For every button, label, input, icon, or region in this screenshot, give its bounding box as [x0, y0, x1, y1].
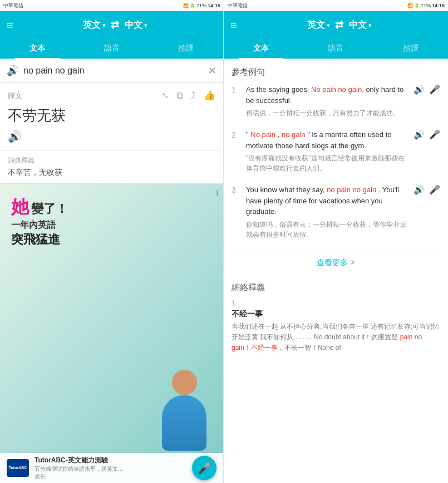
clear-icon[interactable]: ✕: [208, 65, 216, 77]
tts-play-icon[interactable]: 🔊: [8, 130, 22, 143]
example-num-3: 3: [232, 186, 240, 194]
ad-she-text: 她: [11, 197, 29, 217]
ad-footer-title: TutorABC-英文能力測驗: [35, 456, 186, 465]
example-text-3: You know what they say, no pain no gain …: [246, 184, 408, 240]
example-text-2: " No pain , no gain " is a mantra often …: [246, 129, 408, 173]
net-section: 網絡釋義 1 不经一事 当我们还在一起 从不担心分离;当我们各奔一崖 还有记忆长…: [232, 275, 440, 368]
translation-label: 譯文: [8, 91, 22, 101]
net-section-title: 網絡釋義: [232, 282, 440, 293]
right-toolbar: ≡ 英文 ▾ ⇄ 中文 ▾: [224, 11, 448, 39]
tab-text-left[interactable]: 文本: [0, 39, 75, 58]
ad-footer-text: TutorABC-英文能力測驗 五分鐘測試你的英語水平，送英文... 廣告: [35, 456, 186, 481]
copy-icon[interactable]: ⧉: [176, 90, 183, 101]
right-tab-bar: 文本 語音 拍譯: [224, 39, 448, 59]
lang-to-arrow: ▾: [144, 22, 147, 28]
ad-label: 廣告: [35, 473, 186, 481]
example-item-3: 3 You know what they say, no pain no gai…: [232, 184, 440, 240]
right-swap-icon[interactable]: ⇄: [335, 19, 343, 31]
ad-footer-sub: 五分鐘測試你的英語水平，送英文...: [35, 465, 186, 473]
lang-to-selector[interactable]: 中文 ▾: [125, 19, 147, 31]
right-menu-icon[interactable]: ≡: [230, 19, 237, 32]
translation-text: 不劳无获: [8, 106, 215, 125]
ad-text: 她 變了！ 一年內英語 突飛猛進: [11, 195, 68, 248]
right-lang-from-arrow: ▾: [327, 22, 329, 28]
net-item-1: 1 不经一事 当我们还在一起 从不担心分离;当我们各奔一崖 还有记忆长存;可当记…: [232, 299, 440, 354]
left-toolbar: ≡ 英文 ▾ ⇄ 中文 ▾: [0, 11, 223, 39]
translation-result-area: 譯文 ⤡ ⧉ ⤴ 👍 不劳无获 🔊: [0, 83, 223, 150]
left-tab-bar: 文本 語音 拍譯: [0, 39, 223, 59]
right-lang-to-label: 中文: [349, 19, 367, 31]
net-desc-1: 当我们还在一起 从不担心分离;当我们各奔一崖 还有记忆长存;可当记忆开始泛黄 我…: [232, 321, 440, 354]
result-actions: ⤡ ⧉ ⤴ 👍: [161, 90, 215, 101]
lang-from-arrow: ▾: [102, 22, 105, 28]
example-mic-icon-2[interactable]: 🎤: [429, 129, 440, 140]
dict-content: 不辛苦，无收获: [8, 168, 215, 178]
ad-logo: TutorABC: [7, 459, 29, 477]
swap-languages-icon[interactable]: ⇄: [111, 19, 119, 31]
ad-emphasis-text: 突飛猛進: [11, 232, 60, 246]
example-num-2: 2: [232, 130, 240, 139]
search-input[interactable]: [23, 66, 208, 76]
example-item-2: 2 " No pain , no gain " is a mantra ofte…: [232, 129, 440, 173]
see-more-button[interactable]: 查看更多 >: [232, 251, 440, 275]
status-left-carrier: 中華電信: [3, 2, 23, 9]
status-right-carrier: 中華電信: [228, 2, 248, 9]
net-item-num-1: 1: [232, 299, 440, 307]
right-lang-from-selector[interactable]: 英文 ▾: [307, 19, 329, 31]
ad-changed-text: 變了！: [31, 202, 68, 216]
example-num-1: 1: [232, 85, 240, 94]
lang-from-label: 英文: [83, 19, 101, 31]
right-content-area: 參考例句 1 As the saying goes, No pain no ga…: [224, 59, 448, 483]
right-lang-to-selector[interactable]: 中文 ▾: [349, 19, 371, 31]
tab-voice-left[interactable]: 語音: [75, 39, 149, 58]
example-actions-2: 🔊 🎤: [413, 129, 440, 140]
thumbsup-icon[interactable]: 👍: [204, 90, 215, 101]
menu-icon[interactable]: ≡: [7, 19, 13, 32]
share-icon[interactable]: ⤴: [191, 90, 196, 101]
example-text-1: As the saying goes, No pain no gain, onl…: [246, 84, 408, 118]
tab-photo-right[interactable]: 拍譯: [373, 39, 448, 58]
tab-photo-left[interactable]: 拍譯: [149, 39, 223, 58]
audio-input-icon[interactable]: 🔊: [7, 65, 19, 77]
example-mic-icon-3[interactable]: 🎤: [429, 184, 440, 195]
ad-info-icon[interactable]: ℹ: [216, 188, 219, 197]
example-audio-icon-3[interactable]: 🔊: [413, 184, 425, 195]
ad-sub-text: 一年內英語: [11, 220, 56, 230]
dictionary-area: 詞典釋義 不辛苦，无收获: [0, 150, 223, 184]
ad-footer: TutorABC TutorABC-英文能力測驗 五分鐘測試你的英語水平，送英文…: [0, 453, 223, 483]
dict-label: 詞典釋義: [8, 156, 215, 165]
right-lang-to-arrow: ▾: [368, 22, 371, 28]
net-word-1: 不经一事: [232, 309, 440, 319]
search-bar: 🔊 ✕: [0, 59, 223, 83]
mic-button[interactable]: 🎤: [192, 456, 216, 480]
example-actions-1: 🔊 🎤: [413, 84, 440, 95]
right-lang-from-label: 英文: [307, 19, 325, 31]
expand-icon[interactable]: ⤡: [161, 90, 169, 101]
lang-to-label: 中文: [125, 19, 142, 31]
example-item-1: 1 As the saying goes, No pain no gain, o…: [232, 84, 440, 118]
example-audio-icon-2[interactable]: 🔊: [413, 129, 425, 140]
status-right-info2: 📶 🔋 71% 14:15: [407, 3, 445, 8]
tab-text-right[interactable]: 文本: [224, 39, 298, 58]
tab-voice-right[interactable]: 語音: [298, 39, 373, 58]
advertisement-area: ℹ 她 變了！ 一年內英語 突飛猛進 T: [0, 184, 223, 483]
example-actions-3: 🔊 🎤: [413, 184, 440, 195]
status-right-info: 📶 🔋 71% 14:15: [183, 3, 220, 8]
examples-section-title: 參考例句: [232, 67, 440, 77]
example-mic-icon-1[interactable]: 🎤: [429, 84, 440, 95]
lang-from-selector[interactable]: 英文 ▾: [83, 19, 105, 31]
example-audio-icon-1[interactable]: 🔊: [413, 84, 425, 95]
